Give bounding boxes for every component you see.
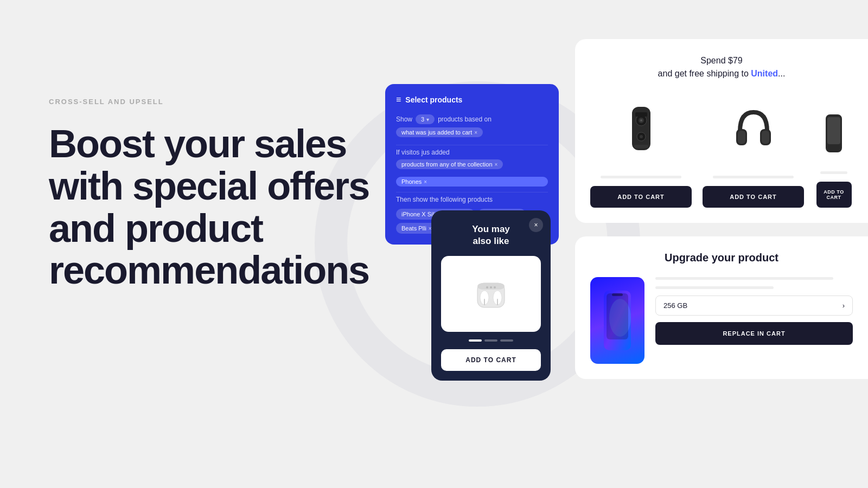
speaker-product-line (601, 176, 682, 178)
svg-rect-20 (762, 131, 769, 144)
headphone-image (732, 104, 775, 158)
list-icon: ≡ (396, 95, 401, 105)
count-chip[interactable]: 3 ▾ (416, 114, 435, 124)
shipping-message: Spend $79 and get free shipping to Unite… (590, 54, 853, 80)
storage-label: 256 GB (663, 301, 687, 310)
replace-in-cart-button[interactable]: REPLACE IN CART (655, 322, 853, 345)
phones-chip-x[interactable]: × (424, 179, 427, 185)
headline-line4: recommendations (49, 248, 369, 292)
svg-point-7 (490, 286, 492, 288)
svg-rect-18 (738, 131, 745, 144)
upgrade-panel: Upgrade your product (575, 236, 868, 379)
product-card-speaker: ADD TO CART (590, 93, 692, 208)
ymal-add-to-cart-button[interactable]: ADD TO CART (441, 349, 541, 371)
upgrade-right-section: 256 GB › REPLACE IN CART (655, 277, 853, 345)
storage-select[interactable]: 256 GB › (655, 296, 853, 316)
headphone-product-line (713, 176, 794, 178)
dot-1[interactable] (469, 339, 482, 342)
show-label: Show (396, 115, 412, 123)
then-label: Then show the following products (396, 196, 548, 203)
category-label: CROSS-SELL AND UPSELL (49, 98, 418, 106)
collection-chip-x[interactable]: × (495, 162, 498, 168)
rule-divider-2 (396, 192, 548, 192)
speaker-image-wrap (590, 93, 692, 169)
ymal-dots (441, 339, 541, 342)
based-on-label: products based on (438, 115, 492, 123)
product-card-third: ADD TO CART (815, 93, 853, 208)
collection-chip[interactable]: products from any of the collection × (396, 159, 503, 169)
dot-3[interactable] (500, 339, 513, 342)
ymal-title: You mayalso like (441, 223, 541, 247)
rule-divider-1 (396, 145, 548, 145)
count-chip-arrow: ▾ (426, 117, 429, 123)
if-label: If visitos jus added (396, 149, 450, 156)
headline-line2: with special offers (49, 164, 369, 208)
upgrade-line-2 (655, 286, 774, 289)
panel-title: Select products (405, 95, 462, 104)
svg-point-12 (640, 119, 642, 121)
trigger-chip-x[interactable]: × (474, 130, 477, 136)
ymal-panel: × You mayalso like (431, 210, 551, 381)
svg-rect-15 (634, 145, 648, 148)
phone-image (590, 277, 644, 364)
dot-2[interactable] (484, 339, 497, 342)
shipping-link: United (751, 69, 778, 78)
trigger-chip[interactable]: what was jus added to cart × (396, 127, 483, 137)
headline: Boost your sales with special offers and… (49, 123, 418, 292)
panels-container: ≡ Select products Show 3 ▾ products base… (380, 0, 868, 488)
product-card-headphones: ADD TO CART (703, 93, 804, 208)
free-shipping-text: and get free shipping to (658, 69, 749, 78)
third-product-line (820, 171, 847, 174)
speaker-image (622, 104, 660, 158)
svg-point-14 (640, 135, 643, 138)
storage-arrow: › (843, 301, 845, 310)
airpods-illustration (467, 269, 515, 318)
spend-text: Spend $79 (700, 56, 742, 65)
show-rule-row: Show 3 ▾ products based on what was jus … (396, 114, 548, 137)
ymal-close-button[interactable]: × (529, 218, 543, 232)
left-section: CROSS-SELL AND UPSELL Boost your sales w… (49, 98, 418, 292)
add-to-cart-button-headphones[interactable]: ADD TO CART (703, 186, 804, 208)
panel-header: ≡ Select products (396, 95, 548, 105)
headphone-image-wrap (703, 93, 804, 169)
add-to-cart-button-third[interactable]: ADD TO CART (816, 182, 852, 208)
svg-rect-16 (635, 112, 647, 117)
upgrade-content: 256 GB › REPLACE IN CART (590, 277, 853, 364)
third-product-image-wrap (818, 95, 850, 171)
products-grid: ADD TO CART ADD TO (590, 93, 853, 208)
phones-chip[interactable]: Phones × (396, 177, 548, 187)
headline-line3: and product (49, 207, 263, 250)
upgrade-line-1 (655, 277, 833, 280)
phone-illustration (601, 288, 634, 353)
if-rule-row: If visitos jus added products from any o… (396, 149, 548, 169)
svg-rect-26 (612, 293, 623, 296)
svg-rect-25 (607, 293, 628, 339)
svg-rect-22 (827, 117, 840, 144)
upgrade-title: Upgrade your product (590, 252, 853, 264)
svg-point-8 (494, 286, 496, 288)
third-product-image (823, 112, 845, 155)
add-to-cart-button-speaker[interactable]: ADD TO CART (590, 186, 692, 208)
ymal-product-image (441, 256, 541, 332)
svg-point-6 (486, 286, 488, 288)
headline-line1: Boost your sales (49, 122, 346, 165)
top-right-panel: Spend $79 and get free shipping to Unite… (575, 39, 868, 223)
